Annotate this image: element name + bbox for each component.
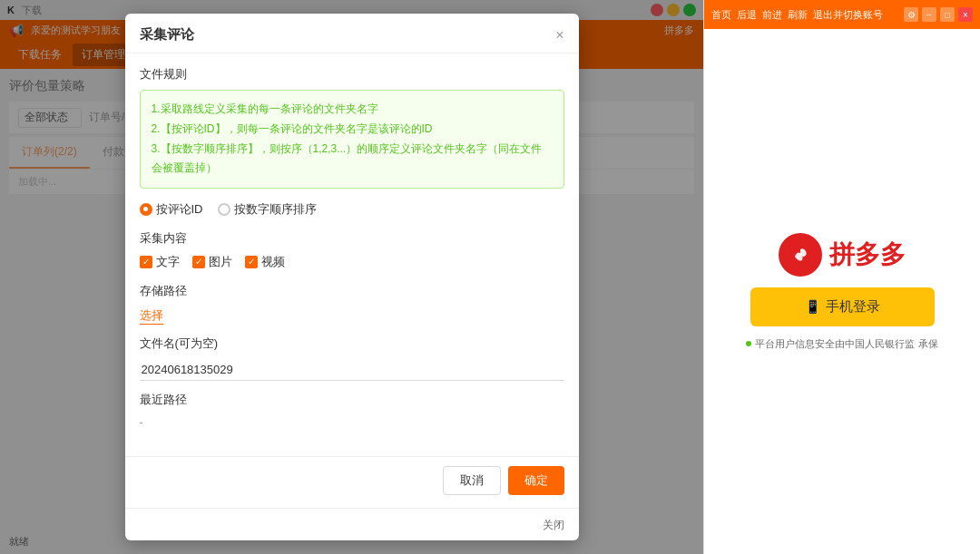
phone-login-button[interactable]: 📱 手机登录: [750, 287, 935, 326]
safety-text: 平台用户信息安全由中国人民银行监 承保: [755, 337, 937, 351]
instruction-2: 2.【按评论ID】，则每一条评论的文件夹名字是该评论的ID: [152, 120, 553, 140]
instruction-1: 1.采取路线定义采集的每一条评论的文件夹名字: [152, 100, 553, 120]
confirm-button[interactable]: 确定: [508, 466, 564, 495]
settings-icon[interactable]: ⚙: [904, 7, 918, 22]
collect-text-item[interactable]: 文字: [140, 254, 180, 270]
pdd-logo: 拼多多: [779, 233, 906, 277]
sort-by-id-label: 按评论ID: [156, 201, 203, 218]
last-path-section: 最近路径 -: [140, 392, 564, 429]
last-path-value: -: [140, 415, 564, 429]
nav-back[interactable]: 后退: [737, 8, 757, 22]
close-small-button[interactable]: 关闭: [543, 519, 564, 531]
modal-title: 采集评论: [140, 26, 194, 44]
modal-overlay: 采集评论 × 文件规则 1.采取路线定义采集的每一条评论的文件夹名字 2.【按评…: [0, 0, 703, 554]
collect-image-item[interactable]: 图片: [192, 254, 232, 270]
modal-footer: 取消 确定: [125, 456, 579, 508]
phone-icon: 📱: [805, 299, 820, 314]
collect-video-checkbox[interactable]: [245, 256, 258, 268]
pdd-logo-area: 拼多多 📱 手机登录 平台用户信息安全由中国人民银行监 承保: [746, 29, 937, 554]
safety-note: 平台用户信息安全由中国人民银行监 承保: [746, 337, 937, 351]
modal-header: 采集评论 ×: [125, 14, 579, 53]
collect-video-item[interactable]: 视频: [245, 254, 285, 270]
collect-label: 采集内容: [140, 230, 564, 247]
nav-logout[interactable]: 退出并切换账号: [813, 8, 883, 22]
right-panel: 首页 后退 前进 刷新 退出并切换账号 ⚙ − □ ×: [703, 0, 980, 554]
sort-by-number-radio[interactable]: [218, 203, 230, 216]
collect-video-label: 视频: [261, 254, 285, 270]
storage-section: 存储路径 选择: [140, 283, 564, 325]
safety-dot-icon: [746, 341, 751, 346]
collect-text-checkbox[interactable]: [140, 256, 152, 268]
sort-by-number-label: 按数字顺序排序: [234, 201, 317, 218]
instructions-label: 文件规则: [140, 66, 564, 83]
pdd-logo-text: 拼多多: [829, 238, 906, 272]
pdd-logo-svg: [786, 240, 815, 269]
phone-login-label: 手机登录: [826, 298, 880, 316]
collect-text-label: 文字: [156, 254, 180, 270]
right-window-controls: ⚙ − □ ×: [904, 7, 973, 22]
modal-body: 文件规则 1.采取路线定义采集的每一条评论的文件夹名字 2.【按评论ID】，则每…: [125, 53, 579, 455]
filename-input[interactable]: [140, 359, 564, 381]
filename-section: 文件名(可为空): [140, 335, 564, 381]
sort-options: 按评论ID 按数字顺序排序: [140, 201, 564, 218]
instruction-3: 3.【按数字顺序排序】，则按序（1,2,3...）的顺序定义评论文件夹名字（同在…: [152, 140, 553, 179]
collect-modal: 采集评论 × 文件规则 1.采取路线定义采集的每一条评论的文件夹名字 2.【按评…: [125, 14, 579, 539]
pdd-icon: [779, 233, 822, 277]
nav-home[interactable]: 首页: [711, 8, 731, 22]
last-path-label: 最近路径: [140, 392, 564, 408]
instructions-box: 1.采取路线定义采集的每一条评论的文件夹名字 2.【按评论ID】，则每一条评论的…: [140, 90, 564, 188]
sort-by-id-radio[interactable]: [140, 203, 152, 216]
minimize-icon[interactable]: −: [922, 7, 936, 22]
modal-close-button[interactable]: ×: [555, 27, 564, 44]
cancel-button[interactable]: 取消: [443, 466, 501, 495]
maximize-icon[interactable]: □: [940, 7, 955, 22]
storage-label: 存储路径: [140, 283, 564, 299]
collect-image-checkbox[interactable]: [192, 256, 205, 268]
right-top-nav: 首页 后退 前进 刷新 退出并切换账号 ⚙ − □ ×: [704, 0, 980, 29]
storage-select-button[interactable]: 选择: [140, 307, 163, 325]
collect-image-label: 图片: [209, 254, 232, 270]
nav-forward[interactable]: 前进: [762, 8, 782, 22]
close-icon[interactable]: ×: [958, 7, 973, 22]
close-bar: 关闭: [125, 508, 579, 540]
collect-row: 文字 图片 视频: [140, 254, 564, 270]
nav-refresh[interactable]: 刷新: [788, 8, 808, 22]
sort-by-number-option[interactable]: 按数字顺序排序: [218, 201, 317, 218]
sort-by-id-option[interactable]: 按评论ID: [140, 201, 203, 218]
filename-label: 文件名(可为空): [140, 335, 564, 352]
